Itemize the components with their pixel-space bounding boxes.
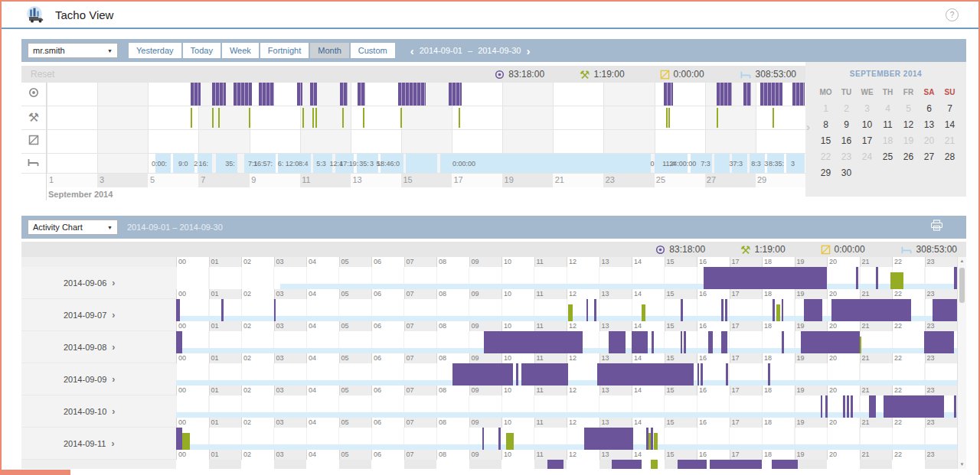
- calendar-collapse-icon[interactable]: ›: [806, 120, 810, 133]
- drive-bar: [652, 331, 654, 353]
- stats-summary: 83:18:00⚒1:19:000:00:00308:53:00: [495, 69, 796, 80]
- chart-type-select[interactable]: Activity Chart ▼: [28, 220, 118, 235]
- reset-button[interactable]: Reset: [31, 69, 54, 80]
- hour-axis-label: 19: [795, 450, 828, 460]
- hour-axis-label: 20: [827, 386, 860, 395]
- driver-select[interactable]: mr.smith ▼: [28, 43, 118, 58]
- calendar-day[interactable]: 8: [815, 119, 836, 130]
- calendar-day[interactable]: 18: [877, 135, 898, 146]
- calendar-day[interactable]: 1: [815, 103, 836, 114]
- hour-axis-label: 06: [371, 257, 404, 267]
- calendar-day[interactable]: 26: [898, 151, 919, 162]
- month-row-rest: [21, 154, 46, 174]
- calendar-day[interactable]: 9: [836, 119, 857, 130]
- activity-row: 2014-09-08›00010203040506070809101112131…: [21, 331, 957, 363]
- next-range-icon[interactable]: ›: [526, 45, 530, 57]
- scroll-up-icon[interactable]: ▲: [958, 259, 966, 263]
- activity-row-label[interactable]: 2014-09-09›: [21, 363, 176, 395]
- drive-bar: [825, 395, 828, 418]
- hour-axis-label: 18: [762, 257, 795, 267]
- activity-row-label[interactable]: 2014-09-08›: [21, 331, 176, 363]
- activity-row-date: 2014-09-08: [64, 343, 106, 352]
- activity-row-label[interactable]: 2014-09-11›: [21, 428, 176, 460]
- calendar-day[interactable]: 2: [836, 103, 857, 114]
- drive-bar: [498, 428, 501, 450]
- range-button-fortnight[interactable]: Fortnight: [260, 43, 309, 58]
- drive-bar: [697, 363, 700, 386]
- calendar-day[interactable]: 23: [836, 151, 857, 162]
- hour-axis-label: 23: [925, 386, 958, 395]
- range-button-month[interactable]: Month: [310, 43, 349, 58]
- hour-axis-label: 12: [567, 289, 599, 299]
- activity-row-label[interactable]: 2014-09-10›: [21, 395, 176, 428]
- calendar-day[interactable]: 11: [877, 119, 898, 130]
- calendar-day[interactable]: 5: [898, 103, 919, 114]
- calendar-day[interactable]: 15: [815, 135, 836, 146]
- prev-range-icon[interactable]: ‹: [410, 45, 414, 57]
- hour-axis-label: 03: [274, 353, 307, 363]
- main-content: mr.smith ▼ YesterdayTodayWeekFortnightMo…: [21, 39, 966, 469]
- calendar-day[interactable]: 19: [898, 135, 919, 146]
- hour-axis-label: 23: [925, 418, 958, 428]
- range-button-week[interactable]: Week: [222, 43, 259, 58]
- drive-bar: [768, 363, 770, 386]
- calendar-day[interactable]: 6: [919, 103, 939, 114]
- calendar-day[interactable]: 21: [939, 135, 960, 146]
- month-work-row: [47, 106, 805, 130]
- hour-axis-label: 17: [730, 450, 763, 460]
- month-rest-row: 0:00:9:0216:35:7:116:57:6:12:08:45:312:4…: [47, 154, 805, 174]
- print-icon[interactable]: [930, 220, 943, 235]
- drive-bar: [843, 395, 845, 418]
- drive-bar: [869, 395, 875, 418]
- scroll-down-icon[interactable]: ▼: [958, 462, 966, 467]
- stats-summary: 83:18:00⚒1:19:000:00:00308:53:00: [655, 244, 957, 255]
- day-axis-label: 1: [47, 175, 54, 184]
- rest-time-label: 37:3: [729, 160, 743, 168]
- range-button-yesterday[interactable]: Yesterday: [129, 43, 181, 58]
- calendar-day[interactable]: 25: [877, 151, 898, 162]
- calendar-day[interactable]: 24: [857, 151, 877, 162]
- calendar-day[interactable]: 4: [877, 103, 898, 114]
- activity-row: 2014-09-06›00010203040506070809101112131…: [21, 267, 957, 299]
- hour-axis-label: 17: [730, 353, 763, 363]
- calendar-day[interactable]: 12: [898, 119, 919, 130]
- vertical-scrollbar[interactable]: ▲ ▼: [957, 257, 966, 469]
- calendar-day[interactable]: 28: [939, 151, 960, 162]
- range-button-today[interactable]: Today: [183, 43, 220, 58]
- calendar-day[interactable]: 29: [815, 168, 836, 178]
- rest-bar: [406, 154, 437, 173]
- hour-axis-label: 01: [209, 257, 242, 267]
- calendar-day[interactable]: 7: [939, 103, 960, 114]
- hour-axis-label: 12: [567, 353, 599, 363]
- day-axis-label: 29: [755, 175, 766, 184]
- hour-axis-label: 02: [241, 450, 274, 460]
- calendar-day[interactable]: 27: [919, 151, 939, 162]
- hour-axis-label: 21: [860, 386, 893, 395]
- rest-icon: [740, 70, 752, 80]
- scrollbar-thumb[interactable]: [959, 268, 965, 303]
- drive-bar: [449, 83, 462, 106]
- calendar-day[interactable]: 20: [919, 135, 939, 146]
- activity-row-label[interactable]: 2014-09-06›: [21, 267, 176, 299]
- help-icon[interactable]: ?: [946, 8, 959, 21]
- calendar-day[interactable]: 16: [836, 135, 857, 146]
- hour-axis-label: 06: [371, 289, 404, 299]
- drive-bar: [851, 395, 853, 418]
- calendar-week-row: 891011121314: [815, 116, 966, 132]
- calendar-day[interactable]: 13: [919, 119, 939, 130]
- day-axis-label: 21: [553, 175, 564, 184]
- drive-bar: [725, 299, 727, 321]
- calendar-day[interactable]: 10: [857, 119, 877, 130]
- rest-time-label: 5:3: [316, 160, 326, 168]
- calendar-day[interactable]: 22: [815, 151, 836, 162]
- calendar-day[interactable]: 14: [939, 119, 960, 130]
- drive-bar: [684, 331, 686, 353]
- activity-row-label[interactable]: 2014-09-07›: [21, 299, 176, 331]
- calendar-day[interactable]: 3: [857, 103, 877, 114]
- calendar-day[interactable]: 17: [857, 135, 877, 146]
- hour-axis-label: 22: [892, 321, 925, 331]
- work-bar: [668, 108, 670, 128]
- calendar-day[interactable]: 30: [836, 168, 857, 178]
- hour-axis-label: 20: [827, 418, 860, 428]
- range-button-custom[interactable]: Custom: [351, 43, 395, 58]
